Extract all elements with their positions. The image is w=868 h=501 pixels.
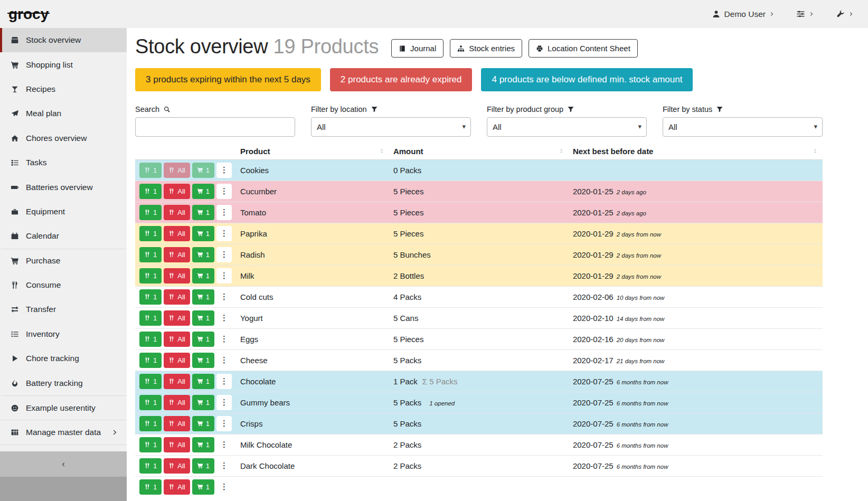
- sort-icon[interactable]: [558, 148, 564, 154]
- add-to-shopping-list-button[interactable]: 1: [192, 184, 214, 199]
- consume-one-button[interactable]: 1: [139, 226, 162, 241]
- column-header-next-best-before-date[interactable]: Next best before date: [569, 143, 823, 160]
- consume-all-button[interactable]: All: [164, 289, 190, 305]
- sidebar-item-batteries-overview[interactable]: Batteries overview: [0, 175, 127, 199]
- product-name[interactable]: Milk Chocolate: [240, 440, 292, 449]
- add-to-shopping-list-button[interactable]: 1: [192, 268, 214, 283]
- product-name[interactable]: Eggs: [240, 335, 258, 344]
- add-to-shopping-list-button[interactable]: 1: [192, 395, 214, 410]
- add-to-shopping-list-button[interactable]: 1: [192, 416, 214, 431]
- consume-all-button[interactable]: All: [164, 458, 190, 474]
- consume-all-button[interactable]: All: [164, 268, 190, 283]
- consume-all-button[interactable]: All: [164, 353, 190, 368]
- row-menu-button[interactable]: ⋮: [216, 226, 232, 241]
- consume-one-button[interactable]: 1: [139, 437, 162, 452]
- sidebar-collapse-button[interactable]: ‹: [0, 451, 127, 477]
- consume-one-button[interactable]: 1: [139, 353, 162, 368]
- row-menu-button[interactable]: ⋮: [216, 289, 232, 305]
- header-button-journal[interactable]: Journal: [391, 39, 444, 58]
- row-menu-button[interactable]: ⋮: [216, 184, 232, 199]
- sidebar-item-transfer[interactable]: Transfer: [0, 297, 127, 322]
- consume-all-button[interactable]: All: [164, 184, 190, 199]
- sidebar-item-tasks[interactable]: Tasks: [0, 150, 127, 175]
- sidebar-item-manage-master-data[interactable]: Manage master data: [0, 420, 127, 444]
- product-name[interactable]: Radish: [240, 250, 265, 259]
- add-to-shopping-list-button[interactable]: 1: [192, 163, 214, 178]
- product-name[interactable]: Cookies: [240, 166, 269, 175]
- sidebar-item-purchase[interactable]: Purchase: [0, 249, 127, 273]
- sidebar-item-consume[interactable]: Consume: [0, 273, 127, 297]
- row-menu-button[interactable]: ⋮: [216, 247, 232, 262]
- consume-one-button[interactable]: 1: [139, 205, 162, 220]
- sidebar-item-chore-tracking[interactable]: Chore tracking: [0, 346, 127, 371]
- product-name[interactable]: Cold cuts: [240, 292, 273, 301]
- consume-one-button[interactable]: 1: [139, 332, 162, 347]
- consume-one-button[interactable]: 1: [139, 395, 162, 410]
- add-to-shopping-list-button[interactable]: 1: [192, 247, 214, 262]
- consume-all-button[interactable]: All: [164, 163, 190, 178]
- consume-one-button[interactable]: 1: [139, 247, 162, 262]
- product-name[interactable]: Cheese: [240, 356, 268, 365]
- sidebar-item-example-userentity[interactable]: Example userentity: [0, 395, 127, 420]
- row-menu-button[interactable]: ⋮: [216, 353, 232, 368]
- sidebar-item-stock-overview[interactable]: Stock overview: [0, 28, 127, 52]
- header-button-location-content-sheet[interactable]: Location Content Sheet: [529, 39, 638, 58]
- product-name[interactable]: Gummy bears: [240, 398, 290, 407]
- consume-all-button[interactable]: All: [164, 479, 190, 495]
- add-to-shopping-list-button[interactable]: 1: [192, 479, 214, 495]
- sidebar-item-equipment[interactable]: Equipment: [0, 200, 127, 224]
- product-name[interactable]: Yogurt: [240, 314, 263, 323]
- sidebar-item-chores-overview[interactable]: Chores overview: [0, 126, 127, 150]
- sort-icon[interactable]: [812, 148, 818, 154]
- sidebar-item-calendar[interactable]: Calendar: [0, 224, 127, 248]
- consume-all-button[interactable]: All: [164, 332, 190, 347]
- sidebar-item-recipes[interactable]: Recipes: [0, 77, 127, 101]
- consume-one-button[interactable]: 1: [139, 268, 162, 283]
- row-menu-button[interactable]: ⋮: [216, 395, 232, 410]
- consume-all-button[interactable]: All: [164, 395, 190, 410]
- row-menu-button[interactable]: ⋮: [216, 163, 232, 178]
- sidebar-item-battery-tracking[interactable]: Battery tracking: [0, 371, 127, 395]
- add-to-shopping-list-button[interactable]: 1: [192, 332, 214, 347]
- row-menu-button[interactable]: ⋮: [216, 374, 232, 389]
- row-menu-button[interactable]: ⋮: [216, 479, 232, 495]
- consume-all-button[interactable]: All: [164, 374, 190, 389]
- status-select[interactable]: All: [663, 118, 822, 136]
- product-name[interactable]: Dark Chocolate: [240, 461, 295, 470]
- consume-all-button[interactable]: All: [164, 416, 190, 431]
- product-name[interactable]: Milk: [240, 271, 254, 280]
- sidebar-item-shopping-list[interactable]: Shopping list: [0, 52, 127, 77]
- consume-all-button[interactable]: All: [164, 310, 190, 326]
- consume-one-button[interactable]: 1: [139, 163, 162, 178]
- header-button-stock-entries[interactable]: Stock entries: [450, 39, 522, 58]
- sidebar-item-meal-plan[interactable]: Meal plan: [0, 101, 127, 126]
- product-name[interactable]: Crisps: [240, 419, 263, 428]
- consume-one-button[interactable]: 1: [139, 458, 162, 474]
- consume-all-button[interactable]: All: [164, 437, 190, 452]
- consume-one-button[interactable]: 1: [139, 416, 162, 431]
- location-select[interactable]: All: [312, 118, 470, 136]
- consume-one-button[interactable]: 1: [139, 289, 162, 305]
- add-to-shopping-list-button[interactable]: 1: [192, 353, 214, 368]
- row-menu-button[interactable]: ⋮: [216, 332, 232, 347]
- row-menu-button[interactable]: ⋮: [216, 437, 232, 452]
- sort-icon[interactable]: [379, 148, 385, 154]
- add-to-shopping-list-button[interactable]: 1: [192, 205, 214, 220]
- settings-menu[interactable]: [793, 9, 818, 19]
- product-name[interactable]: Tomato: [240, 208, 266, 217]
- consume-one-button[interactable]: 1: [139, 479, 162, 495]
- product-group-select[interactable]: All: [487, 118, 646, 136]
- consume-all-button[interactable]: All: [164, 205, 190, 220]
- add-to-shopping-list-button[interactable]: 1: [192, 458, 214, 474]
- consume-one-button[interactable]: 1: [139, 374, 162, 389]
- alert-button-info[interactable]: 4 products are below defined min. stock …: [481, 68, 693, 91]
- alert-button-warning[interactable]: 3 products expiring within the next 5 da…: [135, 68, 321, 91]
- add-to-shopping-list-button[interactable]: 1: [192, 289, 214, 305]
- product-name[interactable]: Chocolate: [240, 377, 276, 386]
- add-to-shopping-list-button[interactable]: 1: [192, 374, 214, 389]
- admin-tools-menu[interactable]: [833, 9, 857, 19]
- add-to-shopping-list-button[interactable]: 1: [192, 226, 214, 241]
- add-to-shopping-list-button[interactable]: 1: [192, 437, 214, 452]
- row-menu-button[interactable]: ⋮: [216, 268, 232, 283]
- consume-one-button[interactable]: 1: [139, 184, 162, 199]
